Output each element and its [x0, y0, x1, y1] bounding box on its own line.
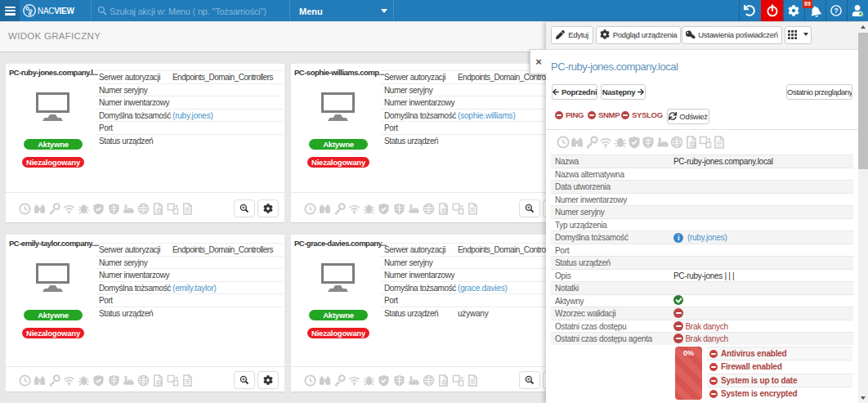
svg-text:?: ?: [834, 7, 838, 15]
